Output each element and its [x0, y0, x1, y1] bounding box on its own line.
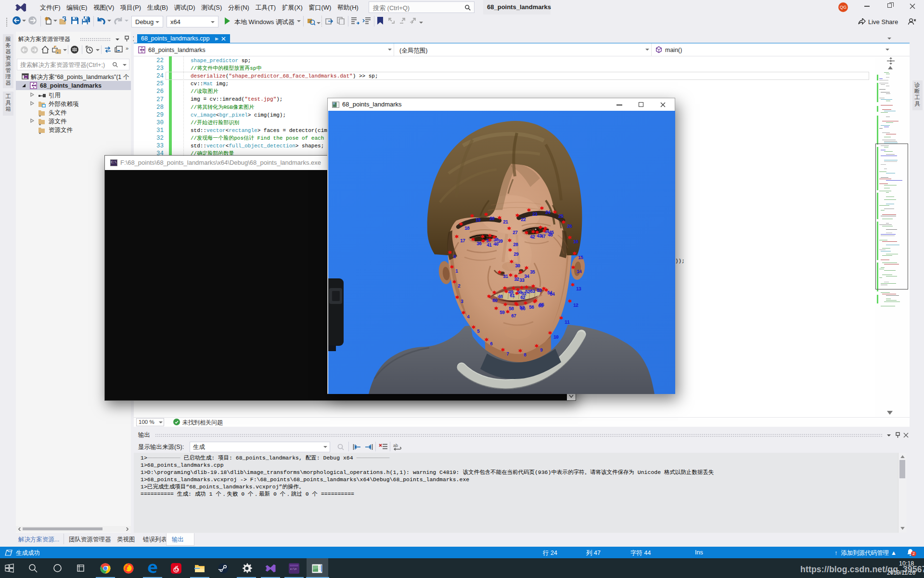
svg-text:22: 22 [521, 217, 526, 223]
svg-text:67: 67 [511, 314, 516, 319]
svg-text:15: 15 [578, 255, 583, 261]
svg-text:42: 42 [530, 235, 535, 240]
svg-text:40: 40 [493, 242, 499, 247]
svg-text:10: 10 [553, 335, 559, 340]
svg-text:19: 19 [475, 218, 481, 223]
svg-text:18: 18 [464, 226, 470, 231]
svg-text:32: 32 [514, 277, 519, 282]
svg-text:27: 27 [513, 230, 518, 236]
svg-text:56: 56 [529, 305, 534, 310]
svg-text:ab: ab [393, 443, 398, 448]
svg-text:21: 21 [503, 220, 508, 225]
svg-text:26: 26 [567, 224, 572, 229]
svg-text:17: 17 [460, 238, 465, 244]
svg-text:39: 39 [498, 239, 503, 244]
svg-text:65: 65 [538, 303, 543, 309]
svg-text:63: 63 [530, 289, 535, 294]
svg-text:62: 62 [520, 295, 526, 301]
svg-text:c:\>: c:\> [290, 567, 297, 570]
svg-text:66: 66 [520, 306, 526, 312]
svg-text:61: 61 [510, 293, 515, 299]
svg-text:23: 23 [532, 212, 538, 217]
svg-text:36: 36 [476, 241, 482, 247]
svg-text:25: 25 [558, 214, 564, 219]
svg-text:13: 13 [576, 287, 581, 292]
svg-text:28: 28 [513, 242, 518, 248]
svg-text:24: 24 [545, 210, 551, 215]
svg-text:47: 47 [540, 234, 546, 239]
svg-text:31: 31 [503, 274, 508, 279]
svg-text:30: 30 [515, 263, 520, 269]
svg-text:16: 16 [573, 239, 578, 245]
svg-text:41: 41 [487, 243, 492, 248]
svg-text:14: 14 [577, 269, 582, 275]
svg-text:60: 60 [492, 298, 498, 303]
svg-text:12: 12 [573, 303, 578, 308]
svg-text:20: 20 [489, 216, 495, 222]
svg-text:53: 53 [537, 288, 542, 293]
svg-text:46: 46 [548, 233, 553, 238]
svg-text:29: 29 [513, 252, 519, 257]
svg-text:35: 35 [530, 270, 535, 275]
svg-text:64: 64 [550, 292, 555, 297]
svg-text:59: 59 [500, 310, 505, 315]
svg-text:34: 34 [524, 274, 529, 279]
svg-text:11: 11 [565, 320, 570, 325]
svg-text:48: 48 [498, 294, 503, 300]
